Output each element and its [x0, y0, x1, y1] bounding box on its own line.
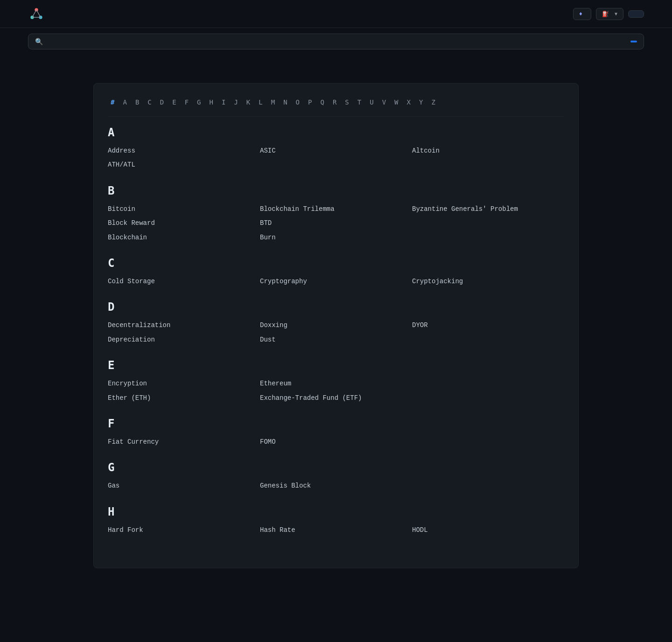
term-item[interactable]: Blockchain Trilemma	[260, 204, 412, 214]
term-item[interactable]: Cryptojacking	[412, 276, 564, 286]
navbar: ♦ ⛽ ▼	[0, 0, 672, 28]
alpha-item-q[interactable]: Q	[317, 98, 327, 107]
term-item[interactable]: ASIC	[260, 146, 412, 156]
section-a: AAddressASICAltcoinATH/ATL	[108, 126, 564, 170]
term-item	[412, 378, 564, 389]
terms-grid-b: BitcoinBlockchain TrilemmaByzantine Gene…	[108, 204, 564, 243]
section-b: BBitcoinBlockchain TrilemmaByzantine Gen…	[108, 184, 564, 243]
term-item[interactable]: Gas	[108, 481, 260, 491]
term-item[interactable]: Hash Rate	[260, 525, 412, 535]
alpha-item-v[interactable]: V	[379, 98, 389, 107]
alpha-item-d[interactable]: D	[157, 98, 167, 107]
term-item[interactable]: Address	[108, 146, 260, 156]
section-letter-c: C	[108, 257, 564, 270]
alpha-item-e[interactable]: E	[169, 98, 179, 107]
section-letter-a: A	[108, 126, 564, 139]
gas-icon: ⛽	[602, 11, 609, 17]
gas-right-badge[interactable]: ⛽ ▼	[596, 8, 623, 20]
terms-container: #ABCDEFGHIJKLMNOPQRSTUVWXYZ AAddressASIC…	[93, 83, 579, 568]
terms-grid-d: DecentralizationDoxxingDYORDepreciationD…	[108, 320, 564, 345]
section-d: DDecentralizationDoxxingDYORDepreciation…	[108, 300, 564, 345]
term-item[interactable]: Dust	[260, 335, 412, 345]
alpha-item-z[interactable]: Z	[428, 98, 438, 107]
term-item[interactable]: Fiat Currency	[108, 437, 260, 447]
term-item[interactable]: HODL	[412, 525, 564, 535]
alpha-item-o[interactable]: O	[293, 98, 302, 107]
term-item[interactable]: Ether (ETH)	[108, 393, 260, 403]
alpha-item-n[interactable]: N	[280, 98, 290, 107]
alpha-item-a[interactable]: A	[120, 98, 129, 107]
alpha-item-j[interactable]: J	[231, 98, 240, 107]
search-icon: 🔍	[35, 38, 43, 45]
diamond-icon: ♦	[579, 11, 582, 17]
section-c: CCold StorageCryptographyCryptojacking	[108, 257, 564, 286]
term-item	[412, 335, 564, 345]
alpha-item-t[interactable]: T	[355, 98, 364, 107]
terms-grid-f: Fiat CurrencyFOMO	[108, 437, 564, 447]
term-item[interactable]: FOMO	[260, 437, 412, 447]
alpha-item-w[interactable]: W	[392, 98, 401, 107]
search-bar: 🔍	[28, 34, 644, 49]
alpha-item-m[interactable]: M	[268, 98, 278, 107]
section-letter-b: B	[108, 184, 564, 197]
terms-grid-g: GasGenesis Block	[108, 481, 564, 491]
term-item[interactable]: Decentralization	[108, 320, 260, 330]
term-item[interactable]: Cryptography	[260, 276, 412, 286]
term-item[interactable]: Altcoin	[412, 146, 564, 156]
alpha-item-k[interactable]: K	[244, 98, 253, 107]
term-item[interactable]: Block Reward	[108, 218, 260, 228]
section-letter-f: F	[108, 417, 564, 430]
alpha-item-c[interactable]: C	[145, 98, 154, 107]
term-item[interactable]: Cold Storage	[108, 276, 260, 286]
term-item[interactable]: Doxxing	[260, 320, 412, 330]
nav-links	[67, 13, 573, 15]
term-item[interactable]: Encryption	[108, 378, 260, 389]
alpha-item-f[interactable]: F	[182, 98, 191, 107]
logo[interactable]	[28, 6, 49, 22]
alpha-item-b[interactable]: B	[133, 98, 142, 107]
term-item[interactable]: Genesis Block	[260, 481, 412, 491]
term-item	[412, 437, 564, 447]
term-item	[412, 481, 564, 491]
term-item[interactable]: Ethereum	[260, 378, 412, 389]
alpha-item-x[interactable]: X	[404, 98, 413, 107]
svg-line-4	[32, 10, 36, 17]
term-item[interactable]: ATH/ATL	[108, 160, 260, 170]
section-e: EEncryptionEthereumEther (ETH)Exchange-T…	[108, 359, 564, 403]
term-item[interactable]: Byzantine Generals' Problem	[412, 204, 564, 214]
alpha-item-r[interactable]: R	[330, 98, 339, 107]
terms-grid-a: AddressASICAltcoinATH/ATL	[108, 146, 564, 170]
alpha-item-y[interactable]: Y	[416, 98, 426, 107]
section-f: FFiat CurrencyFOMO	[108, 417, 564, 447]
slash-badge	[630, 41, 637, 42]
gas-left-badge: ♦	[573, 8, 591, 20]
term-item[interactable]: DYOR	[412, 320, 564, 330]
section-letter-d: D	[108, 300, 564, 314]
alpha-item-s[interactable]: S	[342, 98, 351, 107]
term-item	[412, 232, 564, 243]
alphabet-nav: #ABCDEFGHIJKLMNOPQRSTUVWXYZ	[108, 93, 564, 117]
alpha-item-l[interactable]: L	[256, 98, 265, 107]
sections-container: AAddressASICAltcoinATH/ATLBBitcoinBlockc…	[108, 126, 564, 535]
terms-grid-c: Cold StorageCryptographyCryptojacking	[108, 276, 564, 286]
alpha-item-g[interactable]: G	[194, 98, 203, 107]
term-item[interactable]: Blockchain	[108, 232, 260, 243]
term-item[interactable]: BTD	[260, 218, 412, 228]
search-input[interactable]	[48, 38, 626, 45]
term-item[interactable]: Hard Fork	[108, 525, 260, 535]
section-g: GGasGenesis Block	[108, 461, 564, 491]
term-item[interactable]: Burn	[260, 232, 412, 243]
alpha-item-p[interactable]: P	[305, 98, 315, 107]
term-item[interactable]: Depreciation	[108, 335, 260, 345]
section-letter-e: E	[108, 359, 564, 372]
alpha-item-u[interactable]: U	[367, 98, 376, 107]
section-letter-h: H	[108, 505, 564, 518]
logo-icon	[28, 6, 45, 22]
alpha-item-i[interactable]: I	[219, 98, 228, 107]
term-item[interactable]: Bitcoin	[108, 204, 260, 214]
term-item	[412, 393, 564, 403]
alpha-item-#[interactable]: #	[108, 98, 117, 107]
alpha-item-h[interactable]: H	[207, 98, 216, 107]
term-item[interactable]: Exchange-Traded Fund (ETF)	[260, 393, 412, 403]
connect-wallet-button[interactable]	[628, 10, 644, 18]
